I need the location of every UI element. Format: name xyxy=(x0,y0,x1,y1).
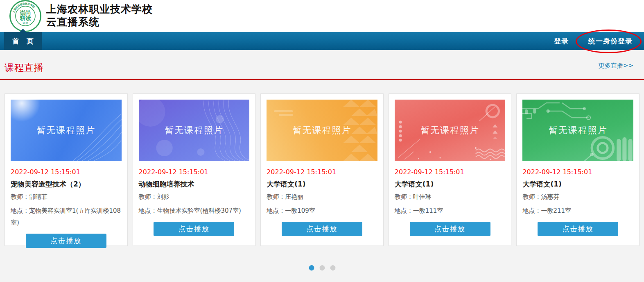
course-card-list: 暂无课程照片 2022-09-12 15:15:01 宠物美容造型技术（2） 教… xyxy=(5,93,639,246)
carousel-dots xyxy=(309,265,335,271)
carousel-dot-3[interactable] xyxy=(330,265,335,271)
course-title: 大学语文(1) xyxy=(522,180,633,189)
sso-login-link[interactable]: 统一身份登录 xyxy=(588,36,633,46)
course-location: 地点：宠物美容实训室1(五厍实训楼108室) xyxy=(11,205,122,229)
course-teacher: 教师：叶佳琳 xyxy=(395,191,506,203)
banner-placeholder-text: 暂无课程照片 xyxy=(395,100,506,161)
course-date: 2022-09-12 15:15:01 xyxy=(139,168,250,176)
course-card: 暂无课程照片 2022-09-12 15:15:01 大学语文(1) 教师：叶佳… xyxy=(389,93,512,246)
course-location: 地点：一教111室 xyxy=(395,205,506,217)
course-date: 2022-09-12 15:15:01 xyxy=(267,168,377,176)
nav-right-links: 登录 统一身份登录 xyxy=(554,32,633,50)
course-date: 2022-09-12 15:15:01 xyxy=(11,168,122,176)
banner-placeholder-text: 暂无课程照片 xyxy=(11,100,122,161)
system-name: 云直播系统 xyxy=(46,16,153,28)
course-banner: 暂无课程照片 xyxy=(267,100,377,161)
main-navbar: 首 页 登录 统一身份登录 xyxy=(0,32,644,50)
course-teacher: 教师：汤惠芬 xyxy=(522,191,633,203)
course-card: 暂无课程照片 2022-09-12 15:15:01 大学语文(1) 教师：庄艳… xyxy=(260,93,384,246)
header: 上海农林职业技术学院 · · · · · · · · · · · · · · ·… xyxy=(0,0,644,32)
page: 上海农林职业技术学院 · · · · · · · · · · · · · · ·… xyxy=(0,0,644,282)
course-card: 暂无课程照片 2022-09-12 15:15:01 大学语文(1) 教师：汤惠… xyxy=(516,93,639,246)
active-tab-notch xyxy=(20,29,26,32)
course-banner: 暂无课程照片 xyxy=(522,100,633,161)
more-live-link[interactable]: 更多直播>> xyxy=(599,62,633,70)
course-location: 地点：一教109室 xyxy=(267,205,377,217)
course-date: 2022-09-12 15:15:01 xyxy=(395,168,506,176)
banner-placeholder-text: 暂无课程照片 xyxy=(139,100,250,161)
carousel-dot-1[interactable] xyxy=(309,265,314,271)
logo-motto-line2: 耕读 xyxy=(20,15,32,21)
banner-placeholder-text: 暂无课程照片 xyxy=(522,100,633,161)
login-link[interactable]: 登录 xyxy=(554,36,569,46)
course-banner: 暂无课程照片 xyxy=(395,100,506,161)
school-name: 上海农林职业技术学校 xyxy=(46,3,153,16)
red-divider xyxy=(0,79,644,80)
course-title: 动物细胞培养技术 xyxy=(139,180,250,189)
course-card: 暂无课程照片 2022-09-12 15:15:01 宠物美容造型技术（2） 教… xyxy=(5,93,128,246)
course-title: 大学语文(1) xyxy=(267,180,377,189)
play-button[interactable]: 点击播放 xyxy=(26,234,106,248)
course-title: 大学语文(1) xyxy=(395,180,506,189)
course-card: 暂无课程照片 2022-09-12 15:15:01 动物细胞培养技术 教师：刘… xyxy=(133,93,256,246)
section-title: 课程直播 xyxy=(5,61,44,74)
banner-placeholder-text: 暂无课程照片 xyxy=(267,100,377,161)
brand-title: 上海农林职业技术学校 云直播系统 xyxy=(46,3,153,28)
course-banner: 暂无课程照片 xyxy=(139,100,250,161)
course-teacher: 教师：庄艳丽 xyxy=(267,191,377,203)
course-title: 宠物美容造型技术（2） xyxy=(11,180,122,189)
play-button[interactable]: 点击播放 xyxy=(154,222,234,236)
carousel-dot-2[interactable] xyxy=(319,265,325,271)
nav-tab-home-label: 首 页 xyxy=(12,36,36,46)
course-location: 地点：一教211室 xyxy=(522,205,633,217)
school-logo-icon: 上海农林职业技术学院 · · · · · · · · · · · · · · ·… xyxy=(9,0,42,32)
nav-tab-home[interactable]: 首 页 xyxy=(4,32,42,50)
course-banner: 暂无课程照片 xyxy=(11,100,122,161)
play-button[interactable]: 点击播放 xyxy=(538,222,618,236)
play-button[interactable]: 点击播放 xyxy=(410,222,490,236)
course-location: 地点：生物技术实验室(植科楼307室) xyxy=(139,205,250,217)
logo-year: 1947 xyxy=(23,22,28,24)
course-teacher: 教师：郜晴菲 xyxy=(11,191,122,203)
course-teacher: 教师：刘影 xyxy=(139,191,250,203)
course-date: 2022-09-12 15:15:01 xyxy=(522,168,633,176)
play-button[interactable]: 点击播放 xyxy=(282,222,362,236)
